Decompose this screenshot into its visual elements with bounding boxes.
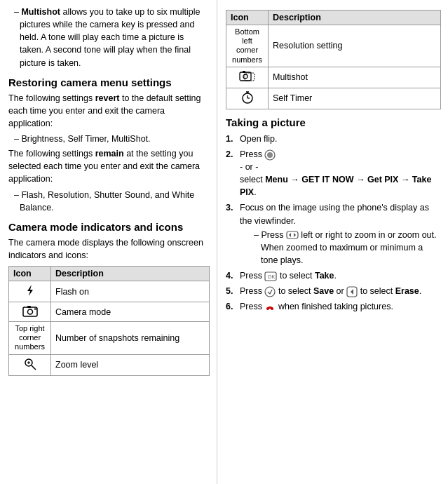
- remain-bold: remain: [95, 149, 124, 159]
- section1-p2: The following settings remain at the set…: [8, 147, 210, 185]
- multishot-icon: [239, 69, 256, 83]
- table-row: Camera mode: [9, 302, 210, 322]
- zoom-icon: [23, 357, 37, 371]
- table2-col-icon: Icon: [226, 11, 269, 25]
- table-row: Self Timer: [226, 88, 441, 109]
- step2-num: 2.: [226, 148, 233, 161]
- save-bold: Save: [313, 286, 334, 296]
- zoom-desc: Zoom level: [51, 354, 210, 375]
- indicator-table-1: Icon Description Flash on: [8, 266, 210, 376]
- step-2: 2. Press - or - select Menu → GET IT NOW…: [226, 148, 441, 199]
- topright-icon-cell: Top right corner numbers: [9, 322, 51, 355]
- multishot-bold: Multishot: [21, 7, 60, 17]
- bottomleft-icon-cell: Bottom left corner numbers: [226, 25, 269, 67]
- svg-point-28: [266, 307, 269, 310]
- svg-text:OK: OK: [268, 274, 275, 279]
- step2-text: Press: [240, 149, 276, 159]
- bottomleft-desc: Resolution setting: [269, 25, 441, 67]
- multishot-desc: Multishot: [269, 67, 441, 88]
- svg-point-2: [27, 309, 32, 314]
- step2-or: - or -: [240, 162, 258, 172]
- left-column: Multishot allows you to take up to six m…: [0, 0, 217, 484]
- step3-num: 3.: [226, 201, 233, 214]
- revert-bold: revert: [95, 93, 120, 103]
- step-1: 1. Open flip.: [226, 133, 441, 145]
- selftimer-icon: [240, 90, 254, 105]
- table-row: Top right corner numbers Number of snaps…: [9, 322, 210, 355]
- table-row: Bottom left corner numbers Resolution se…: [226, 25, 441, 67]
- nav-button-icon: [286, 230, 299, 240]
- section2-p1: The camera mode displays the following o…: [8, 236, 210, 262]
- step4-num: 4.: [226, 269, 233, 282]
- table2-col-desc: Description: [269, 11, 441, 25]
- camera-icon-cell: [9, 302, 51, 322]
- step-3: 3. Focus on the image using the phone's …: [226, 201, 441, 267]
- svg-rect-4: [34, 309, 36, 310]
- step3-text: Focus on the image using the phone's dis…: [240, 203, 429, 225]
- table-row: Zoom level: [9, 354, 210, 375]
- topright-desc: Number of snapshots remaining: [51, 322, 210, 355]
- selftimer-desc: Self Timer: [269, 88, 441, 109]
- svg-marker-21: [289, 233, 291, 237]
- back-button-icon: [346, 286, 358, 297]
- camera-icon: [22, 304, 38, 317]
- svg-rect-20: [287, 231, 298, 238]
- step5-num: 5.: [226, 285, 233, 297]
- right-column: Icon Description Bottom left corner numb…: [217, 0, 448, 484]
- take-bold: Take: [315, 271, 334, 281]
- step1-num: 1.: [226, 133, 233, 145]
- flash-icon: [23, 283, 37, 297]
- save-button-icon: [264, 286, 276, 297]
- steps-list: 1. Open flip. 2. Press - or - sel: [226, 133, 441, 314]
- step5-text: Press to select Save or to select Erase.: [240, 286, 421, 296]
- table1-col-icon: Icon: [9, 267, 51, 281]
- svg-rect-10: [243, 71, 245, 73]
- svg-line-6: [32, 365, 36, 370]
- svg-rect-3: [27, 306, 31, 308]
- flash-icon-cell: [9, 281, 51, 302]
- step4-text: Press OK to select Take.: [240, 271, 337, 281]
- svg-marker-22: [294, 233, 296, 237]
- svg-point-29: [271, 307, 273, 310]
- step6-num: 6.: [226, 300, 233, 313]
- step1-text: Open flip.: [240, 134, 278, 144]
- flash-desc: Flash on: [51, 281, 210, 302]
- zoom-icon-cell: [9, 354, 51, 375]
- section2-heading: Camera mode indicators and icons: [8, 221, 210, 233]
- topright-label: Top right corner numbers: [13, 324, 46, 352]
- bottomleft-label: Bottom left corner numbers: [231, 27, 264, 65]
- table1-col-desc: Description: [51, 267, 210, 281]
- camera-desc: Camera mode: [51, 302, 210, 322]
- intro-bullet: Multishot allows you to take up to six m…: [8, 6, 210, 69]
- multishot-icon-cell: [226, 67, 269, 88]
- step6-text: Press when finished taking pictures.: [240, 302, 393, 311]
- svg-rect-9: [240, 72, 251, 81]
- svg-marker-0: [27, 285, 33, 296]
- table-row: Flash on: [9, 281, 210, 302]
- svg-marker-27: [351, 289, 353, 295]
- selftimer-icon-cell: [226, 88, 269, 109]
- section1-bullet2: Flash, Resolution, Shutter Sound, and Wh…: [8, 189, 210, 214]
- section1-bullet1: Brightness, Self Timer, MultiShot.: [8, 133, 210, 145]
- indicator-table-2: Icon Description Bottom left corner numb…: [226, 10, 441, 109]
- step2-select: select Menu → GET IT NOW → Get PIX → Tak…: [240, 175, 431, 197]
- section1-p1: The following settings revert to the def…: [8, 92, 210, 130]
- end-button-icon: [264, 302, 276, 313]
- step-4: 4. Press OK to select Take.: [226, 269, 441, 282]
- step-5: 5. Press to select Save or to select Era…: [226, 285, 441, 297]
- page-content: Multishot allows you to take up to six m…: [0, 0, 448, 484]
- step3-sub: Press left or right to zoom in or zoom o…: [240, 229, 441, 267]
- center-button-icon: [264, 149, 276, 161]
- svg-point-25: [265, 287, 275, 297]
- page-wrapper: Multishot allows you to take up to six m…: [0, 0, 448, 484]
- table-row: Multishot: [226, 67, 441, 88]
- section1-heading: Restoring camera menu settings: [8, 76, 210, 88]
- step-6: 6. Press when finished taking pictures.: [226, 300, 441, 313]
- ok-button-icon: OK: [264, 271, 277, 281]
- svg-point-11: [243, 74, 247, 79]
- erase-bold: Erase: [395, 286, 419, 296]
- svg-point-19: [267, 152, 273, 158]
- step2-menu: Menu → GET IT NOW → Get PIX → Take PIX: [240, 175, 431, 197]
- section3-heading: Taking a picture: [226, 116, 441, 128]
